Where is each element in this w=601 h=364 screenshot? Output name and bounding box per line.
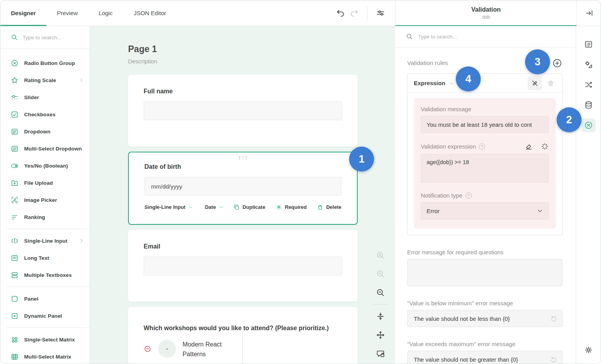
data-database-icon[interactable] bbox=[582, 98, 596, 112]
help-icon[interactable] bbox=[466, 192, 472, 199]
validation-message-input[interactable] bbox=[421, 116, 549, 133]
toolbox-list: Radio Button Group Rating Scale Slider C… bbox=[0, 49, 90, 364]
validation-expression-input[interactable]: age({dob}) >= 18 bbox=[421, 154, 549, 183]
toolbox-item-file-upload[interactable]: File Upload bbox=[0, 174, 90, 191]
lock-questions-icon[interactable] bbox=[373, 346, 387, 360]
required-error-input[interactable] bbox=[407, 259, 562, 286]
properties-search-input[interactable] bbox=[418, 34, 565, 40]
validation-circle-x-icon[interactable] bbox=[582, 118, 596, 132]
form-general-icon[interactable] bbox=[582, 37, 596, 51]
properties-search bbox=[395, 26, 576, 47]
question-input-full-name[interactable] bbox=[144, 102, 342, 120]
toolbar-divider bbox=[373, 304, 387, 304]
tab-json-editor[interactable]: JSON Editor bbox=[123, 0, 176, 26]
question-input-date-of-birth[interactable] bbox=[144, 177, 341, 196]
toolbox-item-panel[interactable]: Panel bbox=[0, 290, 90, 307]
drag-survey-icon[interactable] bbox=[373, 328, 387, 342]
tab-preview[interactable]: Preview bbox=[46, 0, 88, 26]
toolbox-item-slider[interactable]: Slider bbox=[0, 89, 90, 106]
zoom-actual-icon[interactable] bbox=[373, 267, 387, 281]
reset-icon[interactable] bbox=[548, 354, 559, 364]
max-error-input[interactable] bbox=[407, 351, 562, 364]
tab-logic[interactable]: Logic bbox=[88, 0, 123, 26]
toolbox-divider bbox=[7, 287, 90, 287]
question-title: Full name bbox=[144, 88, 342, 95]
collapse-all-icon[interactable] bbox=[373, 309, 387, 323]
toolbox-item-multi-select-matrix[interactable]: Multi-Select Matrix bbox=[0, 348, 90, 364]
question-card-full-name[interactable]: Full name bbox=[128, 75, 358, 147]
ranking-icon bbox=[11, 213, 19, 221]
required-button[interactable]: Required bbox=[276, 204, 307, 210]
question-card-email[interactable]: Email bbox=[128, 230, 358, 302]
toolbox-item-single-select-matrix[interactable]: Single-Select Matrix bbox=[0, 331, 90, 348]
magic-settings-icon[interactable] bbox=[541, 142, 549, 150]
logic-shuffle-icon[interactable] bbox=[582, 78, 596, 92]
input-type-dropdown[interactable]: Date bbox=[205, 204, 223, 210]
question-input-email[interactable] bbox=[144, 257, 342, 275]
toolbox-item-checkboxes[interactable]: Checkboxes bbox=[0, 106, 90, 123]
toolbox-item-long-text[interactable]: Long Text bbox=[0, 249, 90, 266]
toolbox-item-ranking[interactable]: Ranking bbox=[0, 208, 90, 226]
tab-designer[interactable]: Designer bbox=[0, 0, 46, 26]
trash-icon[interactable] bbox=[544, 77, 557, 90]
theme-appearance-icon[interactable] bbox=[582, 58, 596, 72]
question-card-date-of-birth[interactable]: Date of birth Single-Line Input Date bbox=[128, 152, 358, 225]
toolbox-item-dynamic-panel[interactable]: Dynamic Panel bbox=[0, 307, 90, 324]
toolbox-item-rating-scale[interactable]: Rating Scale bbox=[0, 72, 90, 89]
settings-sliders-icon[interactable] bbox=[373, 6, 387, 20]
rule-body: Validation message Validation expression bbox=[408, 93, 562, 235]
toolbox-item-image-picker[interactable]: Image Picker bbox=[0, 191, 90, 208]
question-type-dropdown[interactable]: Single-Line Input bbox=[144, 204, 193, 210]
ranking-item-label[interactable]: Modern React Patterns bbox=[183, 340, 229, 359]
single-select-matrix-icon bbox=[11, 336, 19, 344]
toolbox-search-input[interactable] bbox=[23, 35, 83, 40]
toolbox-divider bbox=[7, 327, 90, 328]
zoom-out-icon[interactable] bbox=[373, 285, 387, 299]
top-bar-actions bbox=[333, 6, 387, 21]
dropdown-icon bbox=[11, 128, 19, 136]
long-text-icon bbox=[11, 254, 19, 262]
toolbox-item-radio-button-group[interactable]: Radio Button Group bbox=[0, 54, 90, 72]
rule-type-dropdown[interactable]: Expression bbox=[414, 80, 454, 86]
top-bar-divider bbox=[367, 6, 367, 21]
callout-badge-2: 2 bbox=[557, 107, 582, 132]
question-list: Full name Date of birth Single-Line Inpu… bbox=[128, 75, 358, 364]
toolbox-sidebar: Radio Button Group Rating Scale Slider C… bbox=[0, 26, 90, 364]
ranking-index-badge[interactable]: - bbox=[158, 340, 176, 358]
question-title: Date of birth bbox=[144, 163, 341, 170]
max-error-label: "Value exceeds maximum" error message bbox=[407, 341, 562, 347]
plus-circle-icon[interactable] bbox=[552, 58, 562, 68]
toolbox-item-single-line-input[interactable]: Single-Line Input bbox=[0, 232, 90, 249]
radio-button-group-icon bbox=[11, 59, 19, 67]
toolbox-item-multi-select-dropdown[interactable]: Multi-Select Dropdown bbox=[0, 140, 90, 157]
question-card-workshops[interactable]: Which workshops would you like to attend… bbox=[128, 307, 358, 364]
duplicate-button[interactable]: Duplicate bbox=[233, 204, 265, 210]
remove-item-icon[interactable] bbox=[144, 345, 151, 353]
zoom-in-icon[interactable] bbox=[373, 248, 387, 262]
chevron-down-icon bbox=[188, 205, 193, 210]
help-icon[interactable] bbox=[479, 144, 485, 150]
validation-expression-header: Validation expression bbox=[421, 142, 549, 150]
page-title[interactable]: Page 1 bbox=[128, 44, 394, 54]
toolbox-item-multiple-textboxes[interactable]: Multiple Textboxes bbox=[0, 266, 90, 284]
toolbox-item-dropdown[interactable]: Dropdown bbox=[0, 123, 90, 140]
drag-handle-icon[interactable] bbox=[239, 156, 247, 159]
toolbox-item-boolean[interactable]: Yes/No (Boolean) bbox=[0, 157, 90, 174]
notification-type-select[interactable]: Error bbox=[421, 202, 549, 219]
page-description[interactable]: Description bbox=[128, 58, 394, 65]
undo-icon[interactable] bbox=[333, 6, 347, 20]
redo-icon[interactable] bbox=[347, 6, 361, 20]
pencil-slash-icon[interactable] bbox=[528, 76, 542, 90]
design-canvas: Page 1 Description Full name Date of bir… bbox=[90, 26, 394, 364]
reset-icon[interactable] bbox=[548, 313, 559, 324]
eraser-icon[interactable] bbox=[525, 142, 533, 150]
validation-rules-label: Validation rules bbox=[407, 60, 448, 66]
trash-icon bbox=[317, 204, 323, 210]
delete-button[interactable]: Delete bbox=[317, 204, 341, 210]
collapse-panel-icon[interactable] bbox=[582, 6, 596, 20]
min-error-input[interactable] bbox=[407, 310, 562, 327]
panel-icon bbox=[11, 295, 19, 303]
rail-header-zone bbox=[576, 0, 601, 26]
top-bar-tabs-zone: Designer Preview Logic JSON Editor bbox=[0, 0, 395, 26]
gear-icon[interactable] bbox=[582, 343, 596, 357]
